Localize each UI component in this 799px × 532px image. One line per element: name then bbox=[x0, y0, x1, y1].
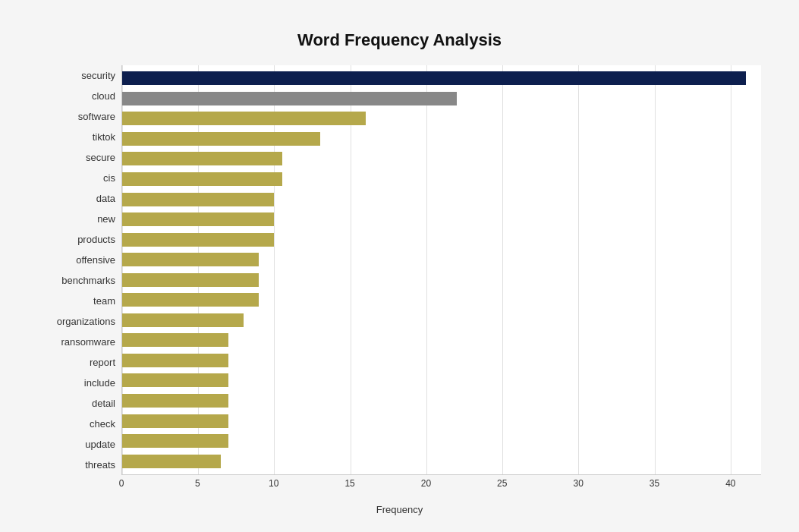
x-axis-title: Frequency bbox=[38, 504, 761, 515]
bar-row bbox=[122, 433, 761, 449]
bar bbox=[122, 193, 274, 206]
x-axis-labels: 0510152025303540 bbox=[121, 478, 761, 501]
y-label: secure bbox=[86, 147, 115, 168]
y-label: data bbox=[96, 188, 115, 209]
chart-area: securitycloudsoftwaretiktoksecurecisdata… bbox=[38, 65, 761, 475]
bar-row bbox=[122, 272, 761, 288]
x-axis-area: 0510152025303540 bbox=[38, 478, 761, 501]
y-label: benchmarks bbox=[61, 270, 115, 291]
y-label: team bbox=[93, 291, 115, 311]
bar-row bbox=[122, 211, 761, 228]
y-label: offensive bbox=[76, 250, 115, 270]
bar bbox=[122, 394, 228, 408]
bar-row bbox=[122, 70, 761, 87]
bar bbox=[122, 212, 274, 226]
bar-row bbox=[122, 413, 761, 430]
y-label: ransomware bbox=[61, 332, 115, 352]
bar bbox=[122, 273, 259, 287]
bar bbox=[122, 71, 746, 85]
y-label: update bbox=[85, 434, 115, 455]
y-label: detail bbox=[92, 393, 115, 414]
bar bbox=[122, 414, 228, 428]
y-label: cis bbox=[103, 168, 115, 188]
y-axis-labels: securitycloudsoftwaretiktoksecurecisdata… bbox=[38, 65, 121, 475]
x-tick-label: 30 bbox=[573, 478, 583, 489]
x-tick-label: 20 bbox=[421, 478, 431, 489]
bar bbox=[122, 313, 244, 327]
y-label: check bbox=[90, 414, 115, 434]
x-tick-label: 15 bbox=[344, 478, 354, 489]
y-label: tiktok bbox=[93, 127, 115, 147]
y-label: organizations bbox=[57, 311, 115, 332]
bar-row bbox=[122, 191, 761, 208]
x-tick-label: 5 bbox=[195, 478, 200, 489]
bar-row bbox=[122, 231, 761, 248]
bar-row bbox=[122, 150, 761, 167]
x-tick-label: 40 bbox=[725, 478, 735, 489]
bar bbox=[122, 253, 259, 266]
bar-row bbox=[122, 110, 761, 127]
bar bbox=[122, 112, 366, 125]
bar bbox=[122, 92, 457, 105]
y-label: report bbox=[90, 352, 115, 373]
bar-row bbox=[122, 453, 761, 470]
y-label: threats bbox=[85, 455, 115, 475]
bar bbox=[122, 354, 228, 367]
x-tick-label: 10 bbox=[269, 478, 278, 489]
y-label: software bbox=[78, 106, 115, 127]
bar bbox=[122, 233, 274, 247]
bar-row bbox=[122, 291, 761, 308]
bar-row bbox=[122, 251, 761, 268]
y-label: security bbox=[81, 65, 115, 86]
bar bbox=[122, 373, 228, 387]
x-tick-label: 35 bbox=[650, 478, 659, 489]
bar-row bbox=[122, 171, 761, 187]
bar-row bbox=[122, 332, 761, 348]
bar bbox=[122, 455, 221, 468]
bar bbox=[122, 152, 282, 165]
bar bbox=[122, 333, 228, 347]
bar bbox=[122, 172, 282, 186]
bar-row bbox=[122, 372, 761, 389]
bar-row bbox=[122, 352, 761, 369]
x-tick-label: 25 bbox=[497, 478, 507, 489]
bar bbox=[122, 434, 228, 448]
chart-container: Word Frequency Analysis securitycloudsof… bbox=[15, 15, 784, 532]
bars-area bbox=[121, 65, 761, 475]
bar-row bbox=[122, 312, 761, 329]
bar-row bbox=[122, 131, 761, 147]
bar bbox=[122, 293, 259, 307]
y-label: cloud bbox=[92, 86, 115, 106]
y-label: new bbox=[97, 209, 115, 229]
chart-title: Word Frequency Analysis bbox=[297, 30, 502, 50]
y-label: products bbox=[77, 229, 115, 250]
x-tick-label: 0 bbox=[119, 478, 124, 489]
bar-row bbox=[122, 392, 761, 409]
bar bbox=[122, 132, 320, 146]
bar-row bbox=[122, 90, 761, 107]
y-label: include bbox=[84, 373, 115, 393]
